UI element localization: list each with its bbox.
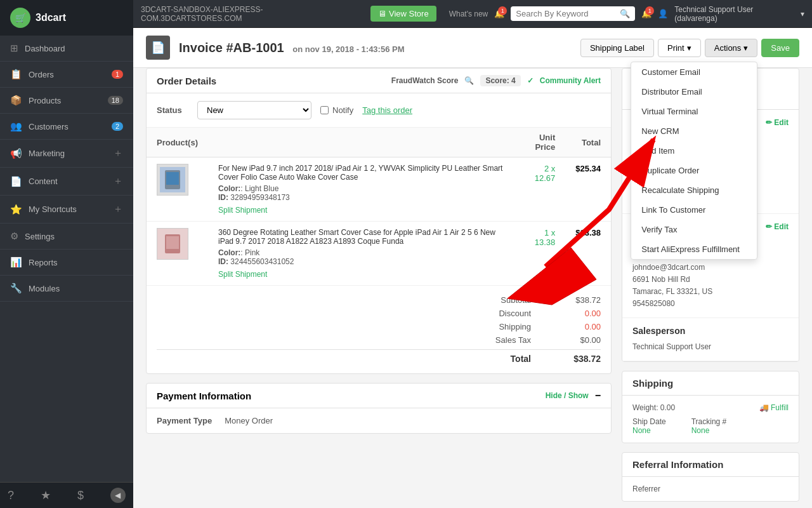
sidebar-item-settings[interactable]: ⚙ Settings bbox=[0, 224, 133, 250]
subtotal-label: Subtotal bbox=[455, 295, 531, 305]
sidebar-item-shortcuts[interactable]: ⭐ My Shortcuts ＋ bbox=[0, 196, 133, 224]
notification-badge-container[interactable]: 🔔 1 bbox=[641, 9, 652, 18]
sidebar-item-products[interactable]: 📦 Products 18 bbox=[0, 88, 133, 114]
discount-label: Discount bbox=[455, 309, 531, 318]
total-value: $38.72 bbox=[556, 354, 601, 364]
customers-badge: 2 bbox=[112, 122, 123, 131]
svg-rect-2 bbox=[166, 172, 179, 185]
billing-edit-link[interactable]: ✏ Edit bbox=[766, 222, 789, 231]
referral-title: Referral Information bbox=[622, 453, 799, 477]
product-image-cell bbox=[147, 157, 208, 222]
status-select[interactable]: New Processing Shipped bbox=[197, 101, 311, 119]
tag-order-link[interactable]: Tag this order bbox=[362, 105, 412, 115]
salesperson-value: Technical Support User bbox=[632, 341, 789, 353]
user-area[interactable]: Technical Support User (dalvarenga) ▾ bbox=[674, 5, 804, 23]
product-image-cell-2 bbox=[147, 222, 208, 286]
split-shipment-link-2[interactable]: Split Shipment bbox=[218, 270, 504, 279]
favorites-icon[interactable]: ★ bbox=[41, 488, 51, 502]
notify-checkbox[interactable] bbox=[320, 106, 329, 114]
status-label: Status bbox=[157, 105, 188, 115]
hide-show-link[interactable]: Hide / Show bbox=[546, 391, 589, 400]
invoice-number: Invoice #AB-1001 on nov 19, 2018 - 1:43:… bbox=[179, 41, 405, 55]
sidebar-item-dashboard[interactable]: ⊞ Dashboard bbox=[0, 36, 133, 62]
table-row: For New iPad 9.7 inch 2017 2018/ iPad Ai… bbox=[147, 157, 611, 222]
product-total-2: $13.38 bbox=[565, 222, 611, 286]
menu-item-virtual-terminal[interactable]: Virtual Terminal bbox=[631, 102, 757, 121]
col-header-product: Product(s) bbox=[147, 128, 208, 157]
status-row: Status New Processing Shipped Notify Tag… bbox=[147, 93, 611, 128]
sidebar: 🛒 3dcart ⊞ Dashboard 📋 Orders 1 📦 Produc… bbox=[0, 0, 133, 508]
total-label: Total bbox=[455, 354, 531, 364]
dashboard-icon: ⊞ bbox=[10, 43, 18, 54]
ship-date-value: None bbox=[632, 426, 666, 435]
shipping-panel-body: Weight: 0.00 🚚 Fulfill Ship Date None Tr… bbox=[622, 396, 799, 443]
sidebar-item-label: Customers bbox=[29, 122, 69, 131]
marketing-add-icon: ＋ bbox=[113, 147, 123, 160]
menu-item-recalculate-shipping[interactable]: Recalculate Shipping bbox=[631, 180, 757, 200]
search-input[interactable] bbox=[516, 9, 617, 18]
sidebar-item-customers[interactable]: 👥 Customers 2 bbox=[0, 114, 133, 140]
whats-new-badge-container[interactable]: 🔔 1 bbox=[494, 9, 504, 18]
sidebar-collapse-button[interactable]: ◀ bbox=[110, 488, 126, 503]
search-box[interactable]: 🔍 bbox=[511, 6, 635, 21]
shipping-edit-link[interactable]: ✏ Edit bbox=[766, 118, 789, 127]
print-dropdown-icon: ▾ bbox=[687, 43, 691, 53]
menu-item-add-item[interactable]: Add Item bbox=[631, 141, 757, 161]
split-shipment-link-1[interactable]: Split Shipment bbox=[218, 206, 504, 215]
sidebar-item-content[interactable]: 📄 Content ＋ bbox=[0, 168, 133, 196]
subtotal-row: Subtotal $38.72 bbox=[157, 293, 601, 307]
save-button[interactable]: Save bbox=[761, 39, 799, 57]
product-color-1: Color:: Light Blue bbox=[218, 184, 504, 193]
billing-icon[interactable]: $ bbox=[77, 489, 84, 502]
modules-icon: 🔧 bbox=[10, 283, 22, 294]
salesperson-label: Salesperson bbox=[632, 326, 789, 336]
menu-item-customer-email[interactable]: Customer Email bbox=[631, 62, 757, 82]
actions-button[interactable]: Actions ▾ bbox=[705, 39, 758, 57]
weight-label: Weight: 0.00 bbox=[632, 403, 675, 412]
products-table: Product(s) Unit Price Total bbox=[147, 128, 611, 286]
fraud-watch-label: FraudWatch Score bbox=[391, 76, 459, 85]
product-image-1 bbox=[157, 164, 188, 196]
referrer-label: Referrer bbox=[632, 485, 660, 493]
logo-area: 🛒 3dcart bbox=[0, 0, 133, 36]
menu-item-start-aliexpress[interactable]: Start AliExpress Fulfillment bbox=[631, 239, 757, 259]
view-store-button[interactable]: 🖥 View Store bbox=[370, 6, 436, 22]
menu-item-new-crm[interactable]: New CRM bbox=[631, 121, 757, 141]
discount-row: Discount 0.00 bbox=[157, 307, 601, 320]
notify-label: Notify bbox=[332, 105, 353, 115]
fraud-score: Score: 4 bbox=[480, 75, 520, 86]
menu-item-verify-tax[interactable]: Verify Tax bbox=[631, 220, 757, 239]
sidebar-item-label: Content bbox=[29, 177, 58, 186]
notify-area: Notify bbox=[320, 105, 353, 115]
sidebar-item-label: Orders bbox=[29, 70, 54, 79]
invoice-header: 📄 Invoice #AB-1001 on nov 19, 2018 - 1:4… bbox=[133, 28, 812, 68]
shipping-total-label: Shipping bbox=[455, 322, 531, 331]
order-details-card: Order Details FraudWatch Score 🔍 Score: … bbox=[146, 68, 612, 374]
sidebar-item-orders[interactable]: 📋 Orders 1 bbox=[0, 62, 133, 88]
invoice-date: on nov 19, 2018 - 1:43:56 PM bbox=[292, 44, 404, 54]
product-qty-price-2: 1 x 13.38 bbox=[514, 222, 565, 286]
fulfill-button[interactable]: 🚚 Fulfill bbox=[759, 403, 789, 412]
shipping-panel-header: Shipping bbox=[622, 371, 799, 396]
shipping-label-button[interactable]: Shipping Label bbox=[580, 39, 654, 57]
sidebar-item-modules[interactable]: 🔧 Modules bbox=[0, 276, 133, 302]
payment-title: Payment Information bbox=[157, 391, 251, 401]
payment-collapse-icon[interactable]: − bbox=[595, 390, 601, 401]
sidebar-item-marketing[interactable]: 📢 Marketing ＋ bbox=[0, 140, 133, 168]
menu-item-distributor-email[interactable]: Distributor Email bbox=[631, 82, 757, 102]
community-alert: Community Alert bbox=[540, 76, 601, 85]
product-name-2: 360 Degree Rotating Leather Smart Cover … bbox=[218, 228, 504, 246]
print-button[interactable]: Print ▾ bbox=[658, 39, 701, 57]
menu-item-duplicate-order[interactable]: Duplicate Order bbox=[631, 161, 757, 180]
menu-item-link-to-customer[interactable]: Link To Customer bbox=[631, 200, 757, 220]
help-icon[interactable]: ? bbox=[8, 489, 14, 502]
user-name: Technical Support User (dalvarenga) bbox=[674, 5, 798, 23]
sidebar-item-reports[interactable]: 📊 Reports bbox=[0, 250, 133, 276]
payment-section: Payment Information Hide / Show − Paymen… bbox=[146, 383, 612, 434]
shipping-panel-title: Shipping bbox=[632, 378, 673, 389]
product-image-2 bbox=[157, 228, 188, 260]
content-area: 📄 Invoice #AB-1001 on nov 19, 2018 - 1:4… bbox=[133, 28, 812, 508]
actions-dropdown-container: Actions ▾ Customer Email Distributor Ema… bbox=[705, 39, 758, 57]
user-dropdown-icon: ▾ bbox=[801, 10, 804, 18]
sidebar-item-label: My Shortcuts bbox=[29, 204, 77, 214]
